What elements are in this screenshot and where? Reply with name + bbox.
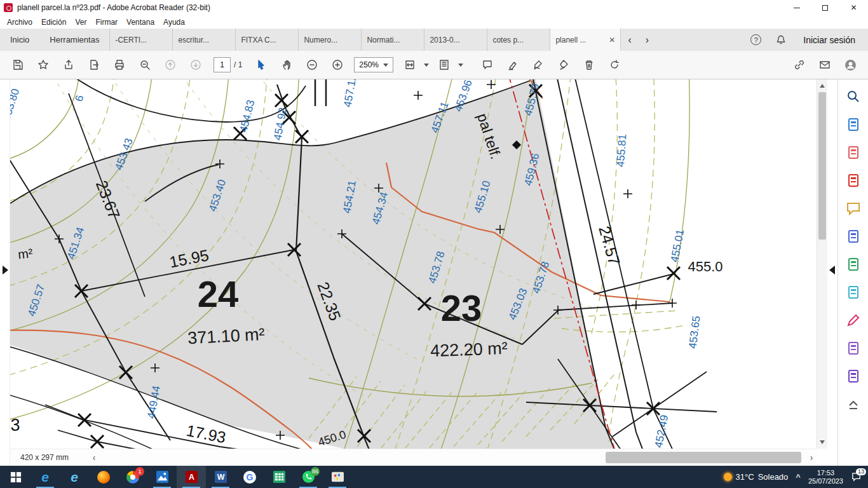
rotate-tool-icon[interactable] xyxy=(602,54,627,76)
tab-scroll-left-icon[interactable]: ‹ xyxy=(621,35,638,45)
user-avatar-icon[interactable] xyxy=(837,54,863,76)
hscroll-track[interactable] xyxy=(99,449,806,466)
marquee-zoom-icon[interactable] xyxy=(132,54,158,76)
page-display-icon[interactable] xyxy=(431,54,457,76)
sidebar-tool-create-pdf-icon[interactable] xyxy=(842,170,865,191)
sidebar-tool-fill-sign-icon[interactable] xyxy=(842,309,865,331)
taskbar-browser-icon[interactable]: 1 xyxy=(118,466,147,488)
doc-tab[interactable]: planell ...✕ xyxy=(550,29,621,51)
hscroll-thumb[interactable] xyxy=(606,452,801,463)
doc-tab[interactable]: escritur... xyxy=(172,29,235,51)
minimize-button[interactable] xyxy=(782,0,811,15)
close-button[interactable]: ✕ xyxy=(839,0,868,15)
doc-tab[interactable]: cotes p... xyxy=(487,29,550,51)
sidebar-tool-comment-icon[interactable] xyxy=(842,198,865,219)
share-icon[interactable] xyxy=(56,54,81,76)
tab-herramientas[interactable]: Herramientas xyxy=(39,29,109,51)
map-label-dimension: 455.0 xyxy=(688,259,722,274)
sidebar-tool-share-review-icon[interactable] xyxy=(842,365,865,387)
taskbar-photos-icon[interactable] xyxy=(147,466,177,488)
weather-widget[interactable]: 31°C Soleado xyxy=(724,472,789,482)
fit-width-caret-icon[interactable] xyxy=(424,64,429,67)
doc-tab[interactable]: FITXA C... xyxy=(235,29,298,51)
menu-firmar[interactable]: Firmar xyxy=(91,17,122,28)
scrollbar-corner xyxy=(817,449,827,466)
comment-tool-icon[interactable] xyxy=(475,54,500,76)
doc-tab[interactable]: Numero... xyxy=(298,29,361,51)
page-number-input[interactable]: 1 xyxy=(214,57,231,72)
notifications-bell-icon[interactable] xyxy=(775,34,787,46)
window-title: planell parcel.la nº23.pdf - Adobe Acrob… xyxy=(17,3,210,12)
help-icon[interactable]: ? xyxy=(750,34,761,45)
zoom-level-select[interactable]: 250% xyxy=(354,57,393,72)
tab-scroll-right-icon[interactable]: › xyxy=(639,35,656,45)
taskbar-sheets-icon[interactable] xyxy=(264,466,294,488)
tab-close-icon[interactable]: ✕ xyxy=(606,36,615,44)
ink-pen-icon[interactable] xyxy=(551,54,576,76)
doc-tab[interactable]: 2013-0... xyxy=(424,29,487,51)
hand-tool-icon[interactable] xyxy=(274,54,299,76)
taskbar-google-icon[interactable]: G xyxy=(235,466,264,488)
export-page-icon[interactable] xyxy=(81,54,107,76)
notification-center-icon[interactable]: 13 xyxy=(851,471,862,482)
map-label-parcel-area: 422.20 m² xyxy=(430,339,508,360)
taskbar-edge-icon[interactable]: e xyxy=(31,466,60,488)
tools-pane-toggle-icon[interactable] xyxy=(829,266,835,274)
taskbar-internet-explorer-icon[interactable]: e xyxy=(60,466,89,488)
taskbar-clock[interactable]: 17:53 25/07/2023 xyxy=(808,469,843,485)
vscroll-down-arrow[interactable] xyxy=(820,440,825,444)
taskbar-start-icon[interactable] xyxy=(1,466,31,488)
menu-edición[interactable]: Edición xyxy=(37,17,71,28)
tab-inicio[interactable]: Inicio xyxy=(0,29,39,51)
menu-archivo[interactable]: Archivo xyxy=(3,17,37,28)
sidebar-tool-organize-pages-icon[interactable] xyxy=(842,142,865,163)
menu-ayuda[interactable]: Ayuda xyxy=(159,17,189,28)
zoom-out-icon[interactable] xyxy=(299,54,325,76)
previous-view-icon[interactable] xyxy=(158,54,183,76)
sidebar-tool-convert-icon[interactable] xyxy=(842,254,865,275)
vertical-scrollbar[interactable] xyxy=(817,79,827,449)
menu-ventana[interactable]: Ventana xyxy=(122,17,159,28)
delete-tool-icon[interactable] xyxy=(576,54,602,76)
print-icon[interactable] xyxy=(107,54,132,76)
sidebar-tool-search-icon[interactable] xyxy=(842,86,865,107)
taskbar-firefox-icon[interactable] xyxy=(89,466,118,488)
next-view-icon[interactable] xyxy=(183,54,208,76)
taskbar-apps: ee1AWG86 xyxy=(1,466,352,488)
vscroll-up-arrow[interactable] xyxy=(820,84,825,88)
zoom-in-icon[interactable] xyxy=(325,54,350,76)
map-label-elevation: 455.81 xyxy=(614,133,629,167)
clock-time: 17:53 xyxy=(808,469,843,477)
parcel-map: 453.806453.43451.34450.57449.44453.40454… xyxy=(10,79,817,449)
sidebar-tool-export-pdf-icon[interactable] xyxy=(842,114,865,135)
sidebar-tool-protect-icon[interactable] xyxy=(842,281,865,303)
sidebar-tool-stamp-icon[interactable] xyxy=(842,337,865,359)
nav-pane-toggle-icon[interactable] xyxy=(3,266,8,274)
save-icon[interactable] xyxy=(5,54,31,76)
hscroll-left-arrow[interactable]: ‹ xyxy=(89,452,99,463)
doc-tab[interactable]: Normati... xyxy=(361,29,424,51)
sidebar-tool-combine-files-icon[interactable] xyxy=(842,226,865,247)
maximize-button[interactable] xyxy=(811,0,839,15)
taskbar-whatsapp-icon[interactable]: 86 xyxy=(294,466,323,488)
taskbar-word-icon[interactable]: W xyxy=(206,466,235,488)
taskbar-paint-icon[interactable] xyxy=(323,466,352,488)
menu-ver[interactable]: Ver xyxy=(71,17,91,28)
weather-temp: 31°C xyxy=(736,472,754,482)
share-link-icon[interactable] xyxy=(787,54,812,76)
sidebar-tool-collapse-icon[interactable] xyxy=(842,393,865,415)
select-tool-icon[interactable] xyxy=(248,54,274,76)
sign-pen-icon[interactable] xyxy=(526,54,551,76)
email-icon[interactable] xyxy=(812,54,837,76)
doc-tab[interactable]: -CERTI... xyxy=(109,29,172,51)
taskbar-acrobat-icon[interactable]: A xyxy=(177,466,206,488)
sign-in-button[interactable]: Iniciar sesión xyxy=(803,35,855,45)
fit-width-icon[interactable] xyxy=(397,54,423,76)
document-canvas[interactable]: 453.806453.43451.34450.57449.44453.40454… xyxy=(10,79,817,449)
hscroll-right-arrow[interactable]: › xyxy=(806,452,817,463)
page-display-caret-icon[interactable] xyxy=(458,64,463,67)
highlight-tool-icon[interactable] xyxy=(500,54,526,76)
tray-expand-icon[interactable]: ^ xyxy=(796,472,801,482)
vscroll-thumb[interactable] xyxy=(818,92,826,240)
star-favorites-icon[interactable] xyxy=(31,54,56,76)
